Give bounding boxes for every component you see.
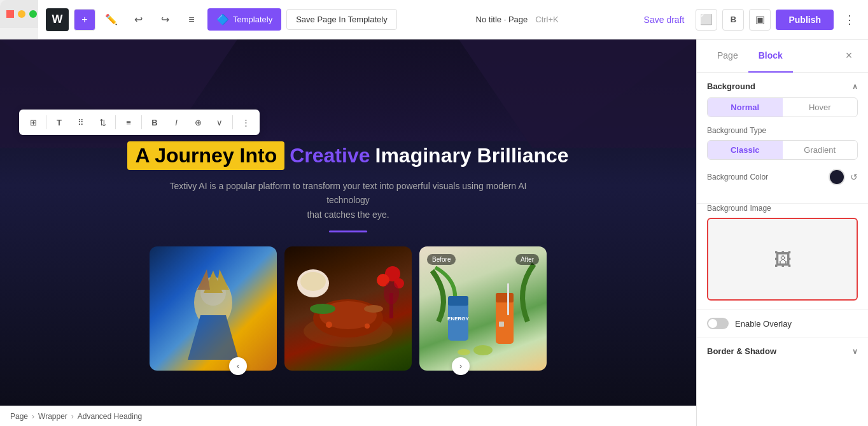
card-portrait[interactable] [150,246,277,371]
topbar: W + ✏️ ↩ ↪ ≡ 🔷 Templately Save Page In T… [38,0,868,39]
svg-point-27 [473,345,493,355]
next-arrow-button[interactable]: › [452,357,470,375]
bg-image-upload-box[interactable]: 🖼 [707,218,858,301]
card-food[interactable] [284,246,412,371]
traffic-light-maximize[interactable] [29,10,37,18]
color-swatch[interactable] [829,169,845,185]
save-draft-button[interactable]: Save draft [638,11,691,29]
svg-marker-5 [216,269,229,290]
svg-rect-25 [499,322,504,327]
card-drinks[interactable]: Before After ENERGY [419,246,547,371]
traffic-light-minimize[interactable] [18,10,25,18]
canvas-area: ⊞ T ⠿ ⇅ ≡ B I ⊕ ∨ ⋮ A Journey Into [0,39,696,426]
svg-point-12 [365,323,370,329]
border-shadow-section-header[interactable]: Border & Shadow ∨ [697,337,868,365]
canvas-subtext: Textivy AI is a popular platform to tran… [157,179,539,222]
breadcrumb-sep-2: › [71,412,74,421]
bg-image-section: Background Image 🖼 [697,204,868,309]
save-page-templately-button[interactable]: Save Page In Templately [286,9,397,30]
layout-button[interactable]: ▣ [749,9,771,31]
bg-color-row: Background Color ↺ [707,169,858,185]
svg-point-9 [310,304,335,314]
toggle-knob [708,319,717,328]
svg-marker-4 [197,269,210,290]
prev-arrow-button[interactable]: ‹ [229,357,247,375]
breadcrumb-sep-1: › [32,412,34,421]
pen-tool-button[interactable]: ✏️ [101,9,122,31]
svg-point-14 [300,272,326,291]
enable-overlay-row: Enable Overlay [697,309,868,337]
before-label: Before [427,254,456,265]
bold-button[interactable]: B [144,112,165,132]
templately-button[interactable]: 🔷 Templately [207,8,281,31]
bg-type-toggle: Classic Gradient [707,140,858,160]
publish-button[interactable]: Publish [776,10,834,30]
drag-handle-button[interactable]: ⠿ [71,112,91,132]
bg-image-placeholder: 🖼 [774,249,792,270]
breadcrumb-page[interactable]: Page [10,412,28,421]
bg-type-label: Background Type [707,126,858,135]
purple-divider [329,231,367,232]
svg-rect-24 [496,293,514,302]
background-section: Background ∧ Normal Hover Background Typ… [697,73,868,204]
tab-page[interactable]: Page [707,39,748,73]
keyboard-shortcut: Ctrl+K [535,15,558,24]
heading-white-text[interactable]: Imaginary Brilliance [375,144,569,167]
svg-rect-26 [507,283,509,315]
topbar-center: No title · Page Ctrl+K [402,15,633,24]
svg-rect-21 [448,296,468,306]
breadcrumb: Page › Wrapper › Advanced Heading [0,406,696,426]
bg-color-controls: ↺ [829,169,858,185]
breadcrumb-wrapper[interactable]: Wrapper [38,412,67,421]
image-placeholder-icon: 🖼 [774,249,792,270]
responsive-view-button[interactable]: ⬜ [696,9,717,31]
plugin-icon-button[interactable]: B [722,9,744,31]
italic-button[interactable]: I [166,112,186,132]
redo-button[interactable]: ↪ [154,9,176,31]
svg-point-19 [384,281,399,304]
svg-point-10 [364,305,383,313]
overlay-toggle-switch[interactable] [707,318,729,329]
heading-yellow-text[interactable]: A Journey Into [127,141,284,170]
border-chevron-icon: ∨ [852,347,858,356]
floating-toolbar: ⊞ T ⠿ ⇅ ≡ B I ⊕ ∨ ⋮ [19,110,260,135]
svg-text:ENERGY: ENERGY [447,316,469,322]
bg-image-label: Background Image [707,204,858,213]
svg-point-11 [326,322,332,328]
list-view-button[interactable]: ≡ [181,9,202,31]
heading-purple-text[interactable]: Creative [290,144,370,167]
panel-close-button[interactable]: × [840,47,858,65]
link-chevron-button[interactable]: ∨ [209,112,230,132]
background-chevron-icon: ∧ [852,82,858,91]
classic-button[interactable]: Classic [708,141,783,159]
select-tool-button[interactable]: ⊞ [23,112,43,132]
panel-header: Page Block × [697,39,868,73]
background-section-header[interactable]: Background ∧ [697,73,868,97]
normal-hover-toggle: Normal Hover [707,97,858,117]
link-button[interactable]: ⊕ [188,112,208,132]
background-section-body: Normal Hover Background Type Classic Gra… [697,97,868,203]
text-tool-button[interactable]: T [49,112,69,132]
svg-point-28 [458,349,470,355]
traffic-light-close[interactable] [6,10,14,18]
undo-button[interactable]: ↩ [127,9,149,31]
hover-button[interactable]: Hover [783,98,858,117]
tab-block[interactable]: Block [748,39,793,73]
gradient-button[interactable]: Gradient [783,141,858,159]
topbar-more-button[interactable]: ⋮ [839,10,860,29]
page-title: No title · Page [476,15,528,24]
heading-area: A Journey Into Creative Imaginary Brilli… [127,141,568,170]
normal-button[interactable]: Normal [708,98,783,117]
refresh-icon[interactable]: ↺ [850,172,858,182]
more-options-button[interactable]: ⋮ [235,112,256,132]
right-panel: Page Block × Background ∧ Normal Hover [696,39,868,426]
overlay-label: Enable Overlay [735,319,792,329]
align-button[interactable]: ≡ [118,112,139,132]
bg-color-label: Background Color [707,173,768,181]
breadcrumb-heading[interactable]: Advanced Heading [78,412,142,421]
after-label: After [515,254,539,265]
cards-row: Before After ENERGY [150,246,547,371]
arrows-button[interactable]: ⇅ [92,112,113,132]
add-button[interactable]: + [74,9,95,31]
wp-logo[interactable]: W [46,8,69,31]
